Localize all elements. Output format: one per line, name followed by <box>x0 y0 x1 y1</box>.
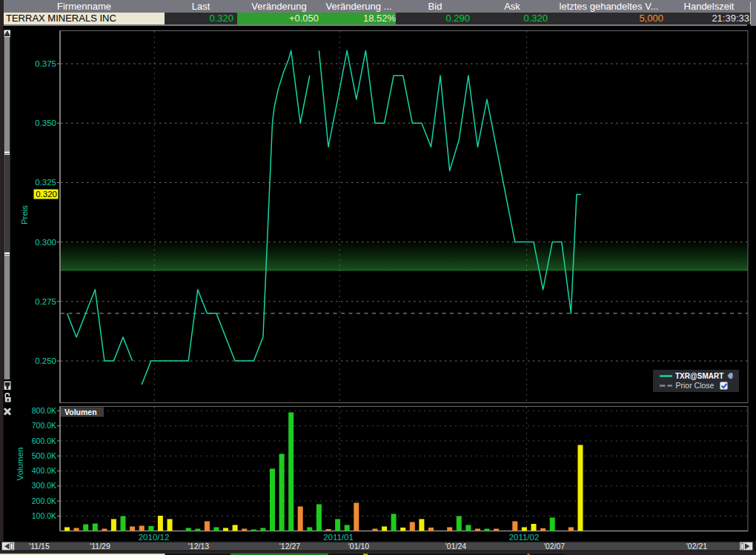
svg-text:0.350: 0.350 <box>35 119 56 127</box>
svg-text:Volumen: Volumen <box>16 448 24 481</box>
svg-text:200.0K: 200.0K <box>32 496 56 505</box>
svg-text:'01/24: '01/24 <box>445 542 466 551</box>
svg-text:400.0K: 400.0K <box>32 466 56 475</box>
svg-text:0.275: 0.275 <box>35 297 56 306</box>
svg-text:'12/27: '12/27 <box>279 542 300 551</box>
svg-text:2011/01: 2011/01 <box>323 533 354 542</box>
svg-text:2011/02: 2011/02 <box>509 533 540 542</box>
svg-text:100.0K: 100.0K <box>32 511 56 520</box>
svg-text:700.0K: 700.0K <box>32 421 56 430</box>
svg-text:'02/21: '02/21 <box>686 542 707 551</box>
svg-text:TXR@SMART: TXR@SMART <box>675 372 723 380</box>
svg-text:Prior Close: Prior Close <box>676 381 714 390</box>
svg-text:500.0K: 500.0K <box>32 451 56 460</box>
svg-text:0.325: 0.325 <box>35 178 56 187</box>
svg-text:800.0K: 800.0K <box>32 406 56 415</box>
svg-text:0.320: 0.320 <box>36 190 57 199</box>
svg-text:0.300: 0.300 <box>35 238 56 247</box>
svg-text:'02/07: '02/07 <box>544 542 565 551</box>
svg-text:300.0K: 300.0K <box>32 481 56 490</box>
svg-text:'11/29: '11/29 <box>90 542 110 551</box>
svg-text:0.375: 0.375 <box>35 59 56 68</box>
svg-text:'01/10: '01/10 <box>348 542 369 551</box>
svg-text:2010/12: 2010/12 <box>139 533 170 542</box>
svg-text:Volumen: Volumen <box>64 408 97 416</box>
svg-text:0.250: 0.250 <box>35 356 56 365</box>
svg-text:'11/15: '11/15 <box>29 542 50 551</box>
svg-text:600.0K: 600.0K <box>32 436 56 445</box>
svg-text:'12/13: '12/13 <box>188 542 209 551</box>
svg-text:Preis: Preis <box>20 205 29 225</box>
